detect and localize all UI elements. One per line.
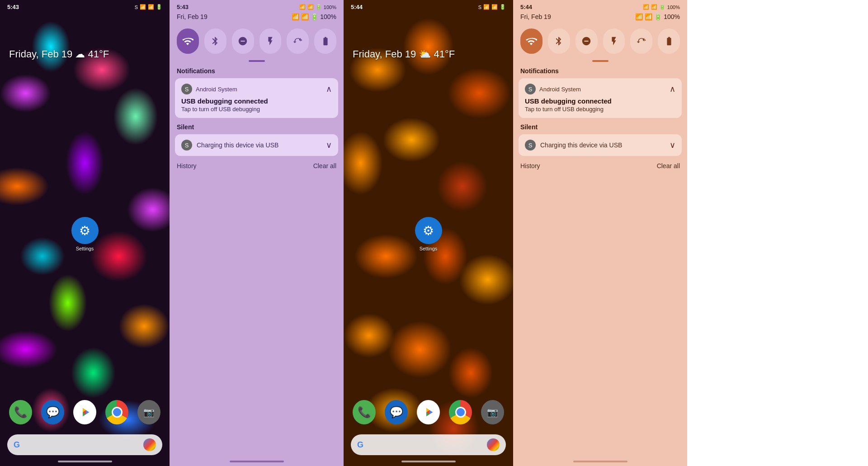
google-logo-2: G xyxy=(357,440,363,450)
home-date-1: Friday, Feb 19 ☁ 41°F xyxy=(9,48,160,60)
phone-screen-1: 5:43 S 📶 📶 🔋 Friday, Feb 19 ☁ 41°F ⚙ Set… xyxy=(0,0,170,466)
silent-card-2[interactable]: S Charging this device via USB ∨ xyxy=(519,134,682,156)
notif-battery-pct-1: 100% xyxy=(324,5,336,10)
notif-footer-2: History Clear all xyxy=(513,160,687,173)
settings-label-2: Settings xyxy=(420,246,438,251)
dock-2: 📞 💬 📷 xyxy=(344,395,513,430)
notif-body-2: Tap to turn off USB debugging xyxy=(525,106,675,113)
notif-battery-icon-1: 🔋 xyxy=(316,4,322,10)
home-widget-1: Friday, Feb 19 ☁ 41°F xyxy=(0,12,170,69)
phone-screen-2: 5:44 S 📶 📶 🔋 Friday, Feb 19 ⛅ 41°F ⚙ Set… xyxy=(344,0,513,466)
qs-bluetooth-1[interactable] xyxy=(204,28,226,54)
qs-wifi-1[interactable] xyxy=(177,28,199,54)
home-widget-2: Friday, Feb 19 ⛅ 41°F xyxy=(344,12,513,69)
mic-button-2[interactable] xyxy=(487,438,500,451)
notif-status-right-2: 📶 📶 🔋 100% xyxy=(643,4,680,10)
android-system-icon-1: S xyxy=(181,84,192,94)
notif-title-2: USB debugging connected xyxy=(525,97,675,105)
notif-date-row-2: Fri, Feb 19 📶 📶 🔋 100% xyxy=(513,12,687,23)
silent-card-1[interactable]: S Charging this device via USB ∨ xyxy=(175,134,338,156)
dock-phone-1[interactable]: 📞 xyxy=(9,400,32,424)
android-system-icon-2: S xyxy=(525,84,536,94)
notif-section-label-2: Notifications xyxy=(513,66,687,78)
silent-card-left-2: S Charging this device via USB xyxy=(525,140,622,151)
mic-button-1[interactable] xyxy=(143,438,156,451)
notif-footer-1: History Clear all xyxy=(170,160,344,173)
notif-signal-icon-1: 📶 xyxy=(307,4,314,10)
sim-icon-2: S xyxy=(478,5,481,10)
history-label-1[interactable]: History xyxy=(177,162,197,169)
google-logo-1: G xyxy=(14,440,20,450)
notification-panel-2: 5:44 📶 📶 🔋 100% Fri, Feb 19 📶 📶 🔋 100% xyxy=(513,0,687,466)
qs-rotate-2[interactable] xyxy=(630,28,652,54)
weather-icon-2: ⛅ xyxy=(419,48,434,60)
dock-play-1[interactable] xyxy=(73,400,96,424)
qs-wifi-2[interactable] xyxy=(520,28,542,54)
notif-expand-btn-1[interactable]: ∧ xyxy=(326,84,332,94)
notif-status-bar-2: 5:44 📶 📶 🔋 100% xyxy=(513,0,687,12)
notif-app-name-2: Android System xyxy=(539,86,581,93)
notif-date-row-1: Fri, Feb 19 📶 📶 🔋 100% xyxy=(170,12,344,23)
wifi-icon-2: 📶 xyxy=(483,4,490,10)
search-bar-2[interactable]: G xyxy=(351,434,506,455)
notif-date-signal-2: 📶 xyxy=(645,13,652,20)
home-indicator-1[interactable] xyxy=(58,461,112,462)
dock-play-2[interactable] xyxy=(417,400,440,424)
dock-phone-2[interactable]: 📞 xyxy=(353,400,376,424)
qs-battery-2[interactable] xyxy=(658,28,680,54)
notif-date-battery-1: 🔋 100% xyxy=(311,13,336,20)
settings-app-icon-2[interactable]: ⚙ xyxy=(415,217,442,244)
time-2: 5:44 xyxy=(351,4,363,10)
notif-time-1: 5:43 xyxy=(177,4,189,10)
silent-text-2: Charging this device via USB xyxy=(540,141,622,149)
dock-messages-2[interactable]: 💬 xyxy=(385,400,408,424)
clear-all-btn-1[interactable]: Clear all xyxy=(313,162,336,169)
settings-icon-wrap-1[interactable]: ⚙ Settings xyxy=(71,217,99,251)
dock-camera-2[interactable]: 📷 xyxy=(481,400,504,424)
silent-chevron-1[interactable]: ∨ xyxy=(326,140,332,150)
qs-tiles-row-2 xyxy=(513,23,687,59)
notif-card-2[interactable]: S Android System ∧ USB debugging connect… xyxy=(519,78,682,118)
notif-card-header-2: S Android System ∧ xyxy=(525,84,675,94)
dock-messages-1[interactable]: 💬 xyxy=(41,400,64,424)
silent-section-label-2: Silent xyxy=(513,122,687,134)
clear-all-btn-2[interactable]: Clear all xyxy=(657,162,680,169)
battery-icon-2: 🔋 xyxy=(500,4,506,10)
silent-chevron-2[interactable]: ∨ xyxy=(670,140,675,150)
silent-card-collapsed-1: S Charging this device via USB ∨ xyxy=(181,140,332,151)
notif-date-wifi-1: 📶 xyxy=(292,13,299,20)
notif-expand-btn-2[interactable]: ∧ xyxy=(670,84,675,94)
silent-text-1: Charging this device via USB xyxy=(197,141,278,149)
qs-flashlight-2[interactable] xyxy=(603,28,625,54)
qs-dnd-1[interactable] xyxy=(232,28,254,54)
qs-bluetooth-2[interactable] xyxy=(548,28,570,54)
dock-chrome-1[interactable] xyxy=(105,400,128,424)
qs-dnd-2[interactable] xyxy=(576,28,598,54)
settings-app-icon-1[interactable]: ⚙ xyxy=(71,217,99,244)
notif-status-right-1: 📶 📶 🔋 100% xyxy=(299,4,336,10)
notif-card-1[interactable]: S Android System ∧ USB debugging connect… xyxy=(175,78,338,118)
status-icons-1: S 📶 📶 🔋 xyxy=(135,4,162,10)
status-icons-2: S 📶 📶 🔋 xyxy=(478,4,506,10)
home-indicator-notif-2 xyxy=(573,461,627,462)
status-bar-2: 5:44 S 📶 📶 🔋 xyxy=(344,0,513,12)
dock-camera-1[interactable]: 📷 xyxy=(137,400,160,424)
dock-chrome-2[interactable] xyxy=(449,400,472,424)
home-indicator-2[interactable] xyxy=(401,461,456,462)
settings-icon-wrap-2[interactable]: ⚙ Settings xyxy=(415,217,442,251)
dock-1: 📞 💬 📷 xyxy=(0,395,170,430)
notif-title-1: USB debugging connected xyxy=(181,97,332,105)
wifi-icon-1: 📶 xyxy=(140,4,146,10)
signal-icon-1: 📶 xyxy=(148,4,154,10)
search-bar-1[interactable]: G xyxy=(7,434,162,455)
history-label-2[interactable]: History xyxy=(520,162,540,169)
qs-battery-1[interactable] xyxy=(314,28,336,54)
svg-marker-3 xyxy=(86,410,89,414)
qs-flashlight-1[interactable] xyxy=(259,28,282,54)
silent-app-icon-2: S xyxy=(525,140,536,151)
qs-tiles-row-1 xyxy=(170,23,344,59)
silent-section-label-1: Silent xyxy=(170,122,344,134)
notif-card-header-1: S Android System ∧ xyxy=(181,84,332,94)
notif-date-battery-2: 🔋 100% xyxy=(654,13,680,20)
qs-rotate-1[interactable] xyxy=(287,28,309,54)
